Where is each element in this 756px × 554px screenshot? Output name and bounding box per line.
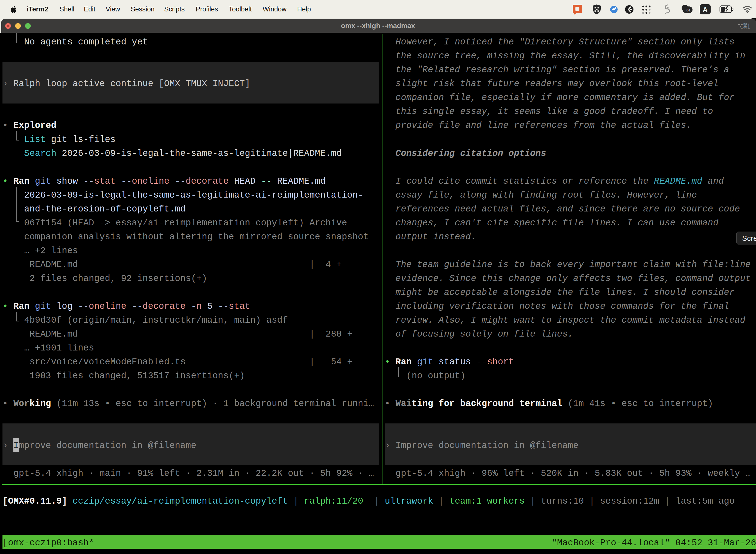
svg-text:A: A xyxy=(703,6,708,13)
svg-text:..61: ..61 xyxy=(684,8,691,12)
